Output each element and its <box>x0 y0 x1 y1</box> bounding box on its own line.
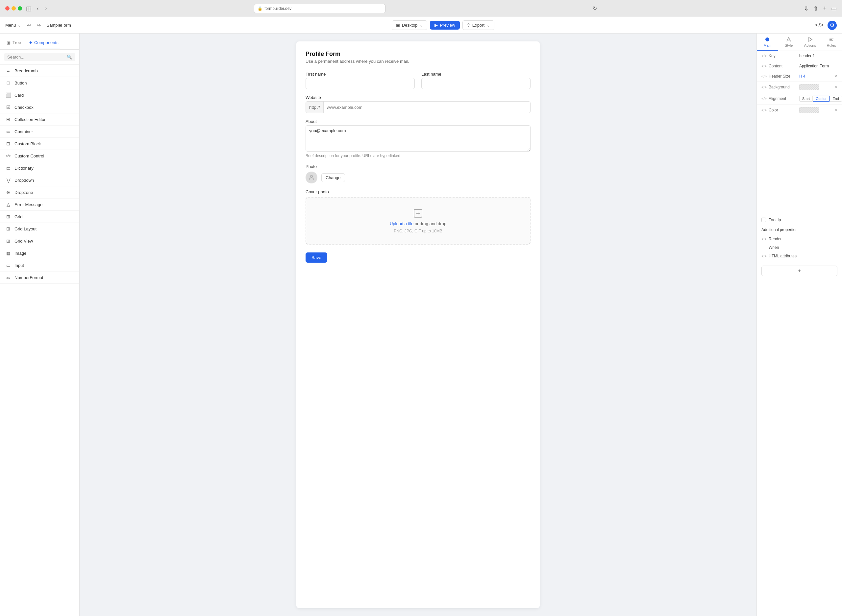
key-label: Key <box>769 54 796 58</box>
component-item-dropzone[interactable]: ⊝ Dropzone <box>0 186 79 198</box>
add-property-button[interactable]: + <box>761 265 838 276</box>
component-item-grid-view[interactable]: ⊞ Grid View <box>0 235 79 247</box>
toolbar-right: </> ⚙ <box>815 21 837 30</box>
component-item-input[interactable]: ▭ Input <box>0 260 79 271</box>
download-icon[interactable]: ⇓ <box>804 5 809 12</box>
cover-dropzone[interactable]: Upload a file or drag and drop PNG, JPG,… <box>306 197 530 245</box>
form-title: SampleForm <box>47 23 71 28</box>
render-row: </> Render <box>761 235 838 243</box>
sidebar-tabs: ▣ Tree ● Components <box>0 34 79 50</box>
component-item-numberformat[interactable]: as NumberFormat <box>0 271 79 284</box>
components-icon: ● <box>29 40 32 45</box>
actions-tab-icon <box>807 37 813 42</box>
desktop-button[interactable]: ▣ Desktop ⌄ <box>392 21 428 30</box>
alignment-row: </> Alignment Start Center End <box>757 93 842 104</box>
forward-button[interactable]: › <box>44 4 48 13</box>
align-start-button[interactable]: Start <box>799 96 813 101</box>
panel-content: </> Key header 1 </> Content Application… <box>757 51 842 616</box>
tab-main[interactable]: Main <box>757 34 778 51</box>
first-name-input[interactable] <box>306 78 415 89</box>
actions-tab-label: Actions <box>804 43 816 47</box>
share-icon[interactable]: ⇧ <box>813 5 818 12</box>
sidebar-toggle-icon[interactable]: ◫ <box>26 5 32 12</box>
menu-button[interactable]: Menu ⌄ <box>5 23 21 28</box>
tabs-icon[interactable]: ▭ <box>831 5 837 12</box>
save-button[interactable]: Save <box>306 252 327 263</box>
change-photo-button[interactable]: Change <box>321 173 345 182</box>
tab-style[interactable]: Style <box>778 34 799 51</box>
dropdown-icon: ⋁ <box>5 177 11 183</box>
component-item-button[interactable]: □ Button <box>0 77 79 89</box>
about-hint: Brief description for your profile. URLs… <box>306 154 530 158</box>
color-clear[interactable]: ✕ <box>834 108 838 112</box>
component-name-checkbox: Checkbox <box>15 105 34 110</box>
align-center-button[interactable]: Center <box>813 96 829 101</box>
new-tab-icon[interactable]: + <box>823 5 827 12</box>
component-item-checkbox[interactable]: ☑ Checkbox <box>0 101 79 113</box>
redo-button[interactable]: ↪ <box>35 21 43 29</box>
component-name-error-message: Error Message <box>15 202 43 207</box>
component-item-error-message[interactable]: △ Error Message <box>0 198 79 211</box>
tab-rules[interactable]: Rules <box>821 34 842 51</box>
close-button[interactable] <box>5 6 10 10</box>
additional-props-section: Additional properties </> Render When </… <box>757 225 842 263</box>
main-layout: ▣ Tree ● Components 🔍 ≡ Breadcrumb □ But… <box>0 34 842 616</box>
upload-or-text: or drag and drop <box>413 221 446 226</box>
dropzone-icon: ⊝ <box>5 189 11 195</box>
search-input[interactable] <box>7 54 64 60</box>
address-bar[interactable]: 🔒 formbuilder.dev <box>254 4 385 13</box>
tree-label: Tree <box>13 40 21 45</box>
component-name-grid-layout: Grid Layout <box>15 226 37 232</box>
last-name-input[interactable] <box>421 78 530 89</box>
header-size-clear[interactable]: ✕ <box>834 74 838 79</box>
component-item-grid[interactable]: ⊞ Grid <box>0 211 79 223</box>
reload-button[interactable]: ↻ <box>591 4 598 13</box>
component-item-dropdown[interactable]: ⋁ Dropdown <box>0 174 79 186</box>
about-textarea[interactable]: you@example.com <box>306 125 530 151</box>
upload-link[interactable]: Upload a file <box>390 221 413 226</box>
cover-section: Cover photo Upload a file or drag and dr… <box>306 189 530 245</box>
tooltip-row: Tooltip <box>757 215 842 225</box>
search-wrap: 🔍 <box>4 53 75 61</box>
card-icon: ⬜ <box>5 92 11 98</box>
tab-components[interactable]: ● Components <box>28 37 60 49</box>
tab-actions[interactable]: Actions <box>799 34 821 51</box>
component-item-container[interactable]: ▭ Container <box>0 126 79 138</box>
play-icon: ▶ <box>435 23 438 28</box>
export-button[interactable]: ⇧ Export ⌄ <box>463 21 495 30</box>
alignment-prop-icon: </> <box>761 97 766 101</box>
export-label: Export <box>472 23 485 28</box>
preview-button[interactable]: ▶ Preview <box>430 21 460 29</box>
component-name-button: Button <box>15 81 27 85</box>
component-item-custom-block[interactable]: ⊟ Custom Block <box>0 138 79 150</box>
tab-tree[interactable]: ▣ Tree <box>5 37 22 49</box>
component-item-image[interactable]: ▦ Image <box>0 247 79 260</box>
error-message-icon: △ <box>5 201 11 207</box>
back-button[interactable]: ‹ <box>35 4 40 13</box>
component-item-dictionary[interactable]: ▤ Dictionary <box>0 162 79 174</box>
component-name-card: Card <box>15 93 24 98</box>
minimize-button[interactable] <box>12 6 16 10</box>
settings-icon[interactable]: ⚙ <box>827 21 837 30</box>
component-name-dictionary: Dictionary <box>15 166 34 171</box>
background-color-picker[interactable] <box>799 84 819 90</box>
input-icon: ▭ <box>5 262 11 268</box>
component-list: ≡ Breadcrumb □ Button ⬜ Card ☑ Checkbox … <box>0 65 79 616</box>
color-picker[interactable] <box>799 107 819 113</box>
website-input[interactable] <box>324 101 530 113</box>
render-icon: </> <box>761 237 766 241</box>
align-end-button[interactable]: End <box>829 96 842 101</box>
header-size-label: Header Size <box>769 74 796 79</box>
tooltip-checkbox[interactable] <box>761 218 766 222</box>
main-tab-icon <box>765 37 770 42</box>
code-icon[interactable]: </> <box>815 22 824 29</box>
component-item-collection-editor[interactable]: ⊞ Collection Editor <box>0 113 79 126</box>
component-name-grid-view: Grid View <box>15 239 33 243</box>
component-item-breadcrumb[interactable]: ≡ Breadcrumb <box>0 65 79 77</box>
undo-button[interactable]: ↩ <box>25 21 33 29</box>
component-item-card[interactable]: ⬜ Card <box>0 89 79 101</box>
background-clear[interactable]: ✕ <box>834 85 838 89</box>
maximize-button[interactable] <box>18 6 22 10</box>
component-item-custom-control[interactable]: </> Custom Control <box>0 150 79 162</box>
component-item-grid-layout[interactable]: ⊞ Grid Layout <box>0 223 79 235</box>
